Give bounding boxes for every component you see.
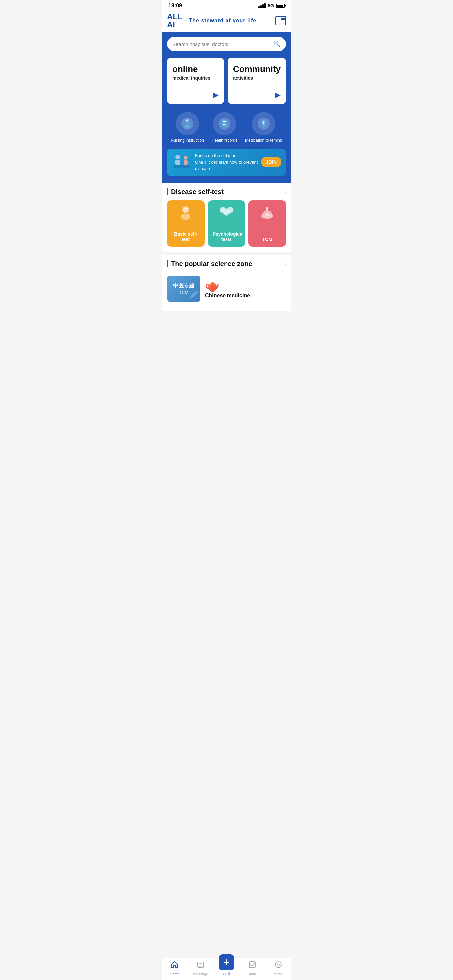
svg-rect-19 [174, 165, 190, 168]
selftest-more-arrow[interactable]: › [284, 188, 286, 195]
tcm-label: TCM [253, 237, 281, 242]
tagline: · The steward of your life [185, 18, 256, 24]
search-bar[interactable]: 🔍 [167, 37, 286, 51]
banner-illustration [172, 154, 192, 170]
svg-rect-16 [175, 160, 180, 165]
nursing-label: Nursing instruction [171, 138, 204, 143]
popular-science-more-arrow[interactable]: › [284, 260, 286, 267]
online-card-title: online [172, 64, 219, 74]
popular-science-title: The popular science zone [171, 260, 252, 267]
search-icon[interactable]: 🔍 [273, 40, 281, 48]
battery-icon [276, 4, 284, 8]
svg-point-17 [184, 156, 188, 160]
tcm-image: 中医专题 TCM [167, 275, 200, 302]
svg-point-15 [175, 155, 180, 159]
banner-line2: One click to learn how to prevent diseas… [195, 159, 258, 172]
tcm-card[interactable]: TCM [248, 200, 286, 247]
heart-ekg-icon [218, 205, 235, 221]
quick-icons-row: Nursing instruction Health records [167, 112, 286, 143]
doctor-icon [177, 205, 194, 224]
community-card-subtitle: activities [233, 75, 281, 81]
svg-point-26 [266, 207, 268, 209]
section-bar-accent [167, 188, 169, 195]
medication-remind-icon[interactable]: Medication to remind [245, 112, 282, 143]
time: 18:09 [169, 3, 182, 9]
selftest-title: Disease self-test [171, 188, 223, 196]
tcm-science-info: 🫖 Chinese medicine [205, 279, 250, 299]
online-card-subtitle: medical inquiries [172, 75, 219, 81]
selftest-cards-row: Basic self-test Psychological tests [167, 200, 286, 247]
records-svg-icon [219, 118, 230, 130]
nurse-svg-icon [182, 118, 193, 130]
status-right: 5G [258, 3, 284, 8]
menu-button[interactable] [275, 16, 286, 25]
community-card-title: Community [233, 64, 281, 74]
chinese-medicine-title: Chinese medicine [205, 293, 250, 299]
popular-science-section: The popular science zone › 中医专题 TCM 🫖 Ch… [162, 255, 291, 311]
medication-label: Medication to remind [245, 138, 282, 143]
logo-area: ALL AI · The steward of your life [167, 13, 256, 29]
svg-rect-7 [223, 121, 226, 122]
svg-point-2 [184, 124, 190, 128]
section-bar-accent-2 [167, 260, 169, 267]
svg-rect-28 [266, 214, 269, 215]
status-bar: 18:09 5G [162, 0, 291, 10]
network-type: 5G [268, 3, 274, 8]
community-card-arrow: ▶ [275, 91, 281, 99]
banner-line1: Focus on the old man [195, 153, 258, 159]
logo: ALL AI [167, 13, 183, 29]
nursing-instruction-icon[interactable]: Nursing instruction [171, 112, 204, 143]
online-medical-card[interactable]: online medical inquiries ▶ [167, 58, 224, 104]
basic-selftest-label: Basic self-test [172, 231, 200, 242]
psychological-tests-card[interactable]: Psychological tests [208, 200, 246, 247]
blue-hero-section: 🔍 online medical inquiries ▶ Community a… [162, 32, 291, 183]
tcm-science-card[interactable]: 中医专题 TCM 🫖 Chinese medicine [167, 272, 286, 305]
svg-point-21 [181, 213, 190, 220]
svg-rect-8 [223, 123, 226, 123]
medication-svg-icon [258, 118, 270, 130]
health-records-icon[interactable]: Health records [212, 112, 238, 143]
selftest-section-header: Disease self-test › [167, 188, 286, 196]
tcm-img-text: 中医专题 [173, 282, 194, 290]
promo-banner[interactable]: Focus on the old man One click to learn … [167, 148, 286, 176]
basic-selftest-card[interactable]: Basic self-test [167, 200, 205, 247]
mortar-pestle-icon [259, 205, 276, 224]
svg-rect-4 [187, 119, 188, 121]
teapot-icon: 🫖 [205, 279, 250, 293]
disease-selftest-section: Disease self-test › Basic self-test [162, 183, 291, 252]
tcm-img-sub: TCM [179, 290, 188, 295]
search-input[interactable] [172, 41, 273, 47]
popular-science-header: The popular science zone › [167, 260, 286, 267]
health-records-label: Health records [212, 138, 238, 143]
online-card-arrow: ▶ [213, 91, 219, 99]
svg-rect-18 [184, 161, 188, 165]
svg-rect-23 [185, 207, 187, 209]
banner-text: Focus on the old man One click to learn … [195, 153, 258, 172]
svg-rect-9 [223, 124, 225, 125]
header: ALL AI · The steward of your life [162, 10, 291, 32]
psychological-tests-label: Psychological tests [212, 231, 241, 242]
svg-rect-14 [263, 123, 264, 124]
hero-cards-row: online medical inquiries ▶ Community act… [167, 58, 286, 104]
signal-icon [258, 3, 266, 8]
join-button[interactable]: JOIN [261, 157, 281, 167]
community-activities-card[interactable]: Community activities ▶ [228, 58, 286, 104]
